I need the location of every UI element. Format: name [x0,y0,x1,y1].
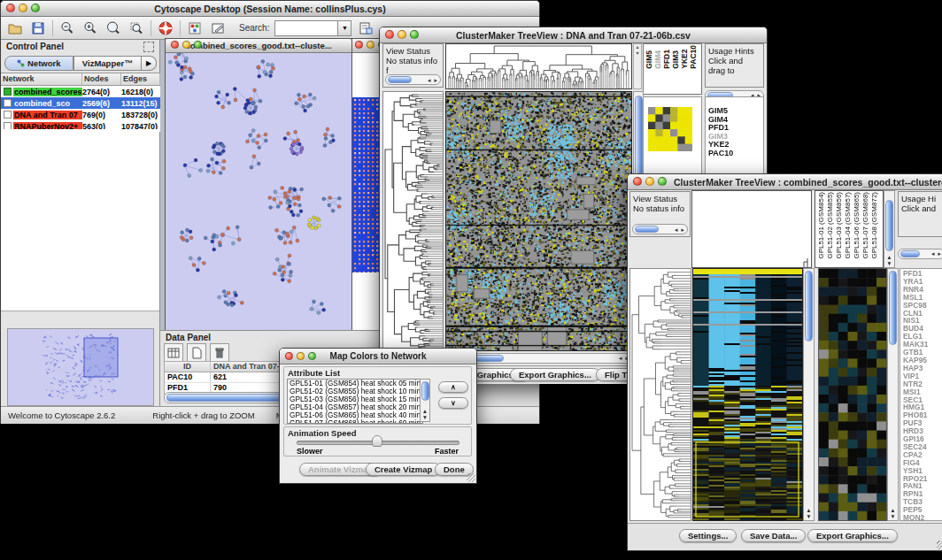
save-data-button[interactable]: Save Data... [741,529,806,542]
new-attribute-icon[interactable] [187,343,206,363]
tv2-zoom-heatmap[interactable] [818,268,887,521]
treeview1-titlebar[interactable]: ClusterMaker TreeView : DNA and Tran 07-… [380,27,767,43]
scrollbar-thumb[interactable] [421,381,429,401]
column-label[interactable]: GIM4 [654,45,662,69]
scroll-down-icon[interactable]: ▼ [421,414,429,420]
scroll-arrows-icon[interactable]: ◂ ▸ [675,225,687,234]
tv1-column-dendrogram[interactable] [445,43,632,89]
minimize-icon[interactable] [645,177,654,186]
scrollbar-thumb[interactable] [635,226,659,233]
heatmap-canvas[interactable] [446,92,631,350]
scrollbar-thumb[interactable] [388,76,412,83]
move-down-button[interactable]: ∨ [438,397,468,409]
close-icon[interactable] [633,177,642,186]
minimize-icon[interactable] [182,41,190,49]
network-list-row[interactable]: combined_sco 2569(6) 13112(15) [1,97,160,109]
scroll-down-icon[interactable]: ▼ [888,513,898,519]
column-dendrogram-canvas[interactable] [446,44,631,88]
scroll-up-icon[interactable]: ▲ [421,408,429,414]
dialog-titlebar[interactable]: Map Colors to Network [280,349,476,364]
scroll-up-icon[interactable]: ▲ [888,507,898,513]
open-file-icon[interactable] [6,19,24,37]
correlation-thumbnail-canvas[interactable] [648,107,692,151]
zoom-fit-icon[interactable] [104,19,122,37]
zoom-icon[interactable] [308,352,316,360]
close-icon[interactable] [285,352,293,360]
scrollbar-thumb[interactable] [889,271,897,345]
network-list-row[interactable]: combined_scores_ 2764(0) 16218(0) [1,86,160,97]
row-label[interactable]: PAC10 [708,150,763,158]
close-icon[interactable] [385,30,394,39]
close-icon[interactable] [171,41,179,49]
column-label[interactable]: GPL51-04 (GSM857) [844,192,852,259]
attribute-list-item[interactable]: GPL51-07 (GSM868) heat shock 60 min [290,419,422,424]
tab-vizmapper[interactable]: VizMapper™ [73,56,143,71]
settings-button[interactable]: Settings... [679,529,737,542]
scroll-down-icon[interactable]: ▼ [884,260,894,266]
scroll-down-icon[interactable]: ▼ [804,513,814,519]
network-list-row[interactable]: DNA and Tran 07 769(0) 183728(0) [1,109,160,120]
tv1-heatmap[interactable] [445,91,632,351]
tab-network[interactable]: Network [4,56,73,71]
tv1-row-dendrogram[interactable] [382,91,444,351]
create-vizmap-button[interactable]: Create Vizmap [366,463,441,476]
resize-grip[interactable] [937,541,942,549]
row-dendrogram-canvas[interactable] [630,269,691,520]
help-lifebuoy-icon[interactable] [157,19,174,37]
scrollbar-thumb[interactable] [635,96,643,177]
dense-network-canvas[interactable] [352,97,382,272]
tv2-heatmap[interactable] [692,268,803,521]
scrollbar-thumb[interactable] [900,250,920,257]
zoom-icon[interactable] [658,177,667,186]
scrollbar-thumb[interactable] [885,200,893,251]
annotation-icon[interactable] [209,19,227,37]
tv2-zoom-vscrollbar[interactable]: ▲ ▼ [887,268,899,521]
tv2-column-dendrogram-area[interactable] [691,190,812,268]
column-label[interactable]: GIM5 [645,45,653,69]
tv2-collabel-scrollbar[interactable]: ▲ ▼ [884,190,895,268]
column-label[interactable]: GPL51-02 (GSM855) [826,192,834,259]
tv2-usage-scrollbar[interactable]: ◂ ▸ [898,249,942,259]
zoom-icon[interactable] [410,30,419,39]
treeview2-titlebar[interactable]: ClusterMaker TreeView : combined_scores_… [628,174,942,190]
export-graphics-button[interactable]: Export Graphics... [807,529,898,542]
tv2-row-dendrogram[interactable] [629,268,691,521]
view-status-scrollbar[interactable]: ◂ ▸ [385,74,441,85]
float-panel-icon[interactable] [143,42,154,52]
scroll-arrows-icon[interactable]: ◂ ▸ [931,250,942,257]
row-dendrogram-canvas[interactable] [383,92,443,350]
close-icon[interactable] [355,41,363,49]
delete-attribute-icon[interactable] [210,343,229,363]
column-label[interactable]: GIM3 [672,45,680,69]
export-graphics-button[interactable]: Export Graphics... [510,368,600,381]
scroll-arrows-icon[interactable]: ◂ ▸ [428,75,440,85]
gene-label[interactable]: MON2 [903,514,942,521]
network-overview-panel[interactable] [7,328,154,406]
column-label[interactable]: GPL51-03 (GSM856) [835,192,843,259]
column-label[interactable]: YKE2 [681,45,689,69]
zoom-icon[interactable] [194,41,202,49]
move-up-button[interactable]: ∧ [438,381,468,393]
attribute-listbox[interactable]: GPL51-01 (GSM854) heat shock 05 minGPL51… [287,379,423,424]
minimize-icon[interactable] [19,4,27,12]
heatmap-canvas[interactable] [693,269,802,520]
network-graph-canvas[interactable] [166,53,350,330]
scroll-up-icon[interactable]: ▲ [884,254,894,260]
vizmapper-icon[interactable] [186,19,204,37]
column-label[interactable]: PFD1 [663,45,671,69]
minimize-icon[interactable] [398,30,406,39]
tv1-corner-scroll-strip[interactable]: ▴▾ [633,43,642,89]
network-overview-canvas[interactable] [8,329,151,403]
search-dropdown-icon[interactable]: ▼ [338,20,351,36]
search-config-icon[interactable] [357,19,374,37]
column-label[interactable]: GPL51-01 (GSM854) [817,192,825,259]
search-input[interactable] [274,20,338,36]
zoom-out-icon[interactable] [58,19,76,37]
zoom-icon[interactable] [31,4,40,12]
zoom-in-icon[interactable] [81,19,99,37]
tv2-heatmap-vscrollbar[interactable]: ▲ ▼ [803,268,815,521]
column-label[interactable]: PAC10 [690,45,698,69]
listbox-scrollbar[interactable]: ▲ ▼ [420,379,430,422]
speed-slider-thumb[interactable] [372,435,382,447]
resize-grip[interactable] [467,473,475,482]
